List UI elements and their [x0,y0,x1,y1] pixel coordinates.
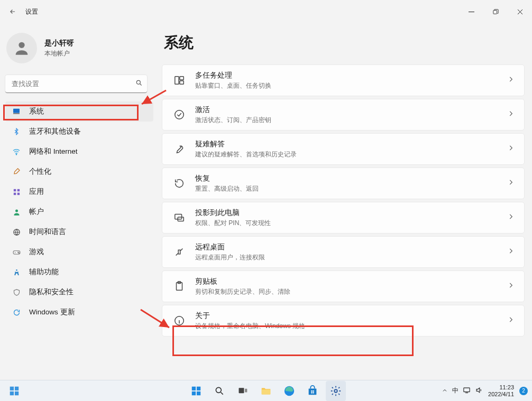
wifi-icon [12,147,21,156]
shield-icon [12,288,21,296]
svg-rect-0 [493,10,497,14]
card-title: 剪贴板 [195,277,507,286]
svg-rect-40 [309,388,317,395]
svg-point-1 [19,42,24,48]
sidebar-item-system[interactable]: 系统 [5,101,153,122]
project-icon [172,212,187,223]
taskbar-search[interactable] [209,381,230,401]
apps-icon [12,188,21,196]
sidebar: 是小轩呀 本地帐户 系统 蓝牙和其他设备 [0,23,159,380]
sidebar-item-label: 帐户 [29,207,44,217]
profile-name: 是小轩呀 [44,39,74,48]
tray-network-icon[interactable] [463,386,471,395]
svg-rect-42 [313,390,314,391]
maximize-button[interactable] [483,3,508,20]
card-projecting[interactable]: 投影到此电脑 权限、配对 PIN、可发现性 [162,202,525,234]
profile-block[interactable]: 是小轩呀 本地帐户 [5,30,153,73]
card-title: 恢复 [195,174,507,183]
svg-point-14 [19,253,19,253]
svg-rect-17 [180,77,184,80]
globe-icon [12,228,21,236]
sidebar-item-accounts[interactable]: 帐户 [5,202,153,222]
sidebar-item-bluetooth[interactable]: 蓝牙和其他设备 [5,122,153,142]
svg-rect-32 [197,386,200,390]
taskbar-file-explorer[interactable] [256,381,276,401]
taskbar-settings[interactable] [326,381,346,401]
card-clipboard[interactable]: 剪贴板 剪切和复制历史记录、同步、清除 [162,271,525,302]
chevron-right-icon [507,247,515,257]
multitasking-icon [172,74,187,86]
clipboard-icon [172,281,187,292]
card-sub: 建议的疑难解答、首选项和历史记录 [195,150,507,159]
card-activation[interactable]: 激活 激活状态、订阅、产品密钥 [162,99,525,130]
svg-rect-43 [311,392,312,393]
close-button[interactable] [508,3,532,20]
content-area: 系统 多任务处理 贴靠窗口、桌面、任务切换 激活 激活状态、订阅、产品密钥 [159,23,532,380]
svg-rect-16 [175,77,179,85]
svg-rect-4 [13,113,20,114]
svg-rect-27 [10,386,14,390]
chevron-right-icon [507,213,515,222]
sidebar-item-apps[interactable]: 应用 [5,182,153,202]
wrench-icon [172,143,187,155]
chevron-right-icon [507,76,515,85]
tray-ime[interactable]: 中 [452,386,458,395]
sidebar-item-accessibility[interactable]: 辅助功能 [5,262,153,282]
chevron-right-icon [507,282,515,291]
svg-rect-29 [10,391,14,395]
sidebar-item-gaming[interactable]: 游戏 [5,242,153,262]
taskbar-start[interactable] [186,381,206,401]
card-title: 关于 [195,311,507,321]
search-box [5,75,151,93]
tray-date: 2022/4/11 [488,391,514,397]
chevron-right-icon [507,179,515,188]
minimize-button[interactable] [459,3,483,20]
card-troubleshoot[interactable]: 疑难解答 建议的疑难解答、首选项和历史记录 [162,133,525,165]
svg-rect-8 [13,192,15,194]
taskbar: 中 11:23 2022/4/11 2 [0,380,532,401]
taskbar-widgets[interactable] [4,381,24,401]
tray-notification-badge[interactable]: 2 [519,387,528,395]
svg-rect-31 [192,386,196,390]
page-title: 系统 [164,33,525,53]
sidebar-item-privacy[interactable]: 隐私和安全性 [5,282,153,302]
card-recovery[interactable]: 恢复 重置、高级启动、返回 [162,167,525,199]
card-title: 多任务处理 [195,71,507,80]
sidebar-item-personalization[interactable]: 个性化 [5,162,153,182]
tray-time: 11:23 [488,384,514,390]
tray-clock[interactable]: 11:23 2022/4/11 [488,384,514,397]
taskbar-tray: 中 11:23 2022/4/11 2 [442,384,532,397]
card-sub: 剪切和复制历史记录、同步、清除 [195,287,507,296]
sidebar-item-label: 辅助功能 [29,267,59,277]
profile-account-type: 本地帐户 [44,49,74,58]
sidebar-item-label: 系统 [29,107,44,116]
card-multitasking[interactable]: 多任务处理 贴靠窗口、桌面、任务切换 [162,64,525,96]
tray-chevron-icon[interactable] [442,387,448,395]
svg-rect-38 [262,389,271,394]
taskbar-center [186,381,346,401]
card-remote-desktop[interactable]: 远程桌面 远程桌面用户，连接权限 [162,236,525,268]
card-about[interactable]: 关于 设备规格，重命名电脑、Windows 规格 [162,305,525,337]
sidebar-item-network[interactable]: 网络和 Internet [5,142,153,162]
window-title: 设置 [25,7,38,16]
sidebar-item-windows-update[interactable]: Windows 更新 [5,302,153,322]
card-sub: 激活状态、订阅、产品密钥 [195,116,507,125]
svg-rect-46 [464,388,470,392]
back-button[interactable] [6,5,19,18]
sidebar-item-time-language[interactable]: 时间和语言 [5,222,153,242]
taskbar-store[interactable] [302,381,323,401]
svg-rect-6 [13,189,15,191]
svg-rect-28 [15,386,19,390]
svg-point-35 [216,387,221,393]
person-icon [12,208,21,216]
chevron-right-icon [507,110,515,119]
recovery-icon [172,178,187,189]
taskbar-edge[interactable] [279,381,299,401]
taskbar-taskview[interactable] [233,381,253,401]
tray-volume-icon[interactable] [475,386,483,395]
search-input[interactable] [5,75,147,93]
update-icon [12,309,21,316]
avatar [6,33,37,63]
svg-rect-7 [17,189,19,191]
card-sub: 远程桌面用户，连接权限 [195,253,507,262]
